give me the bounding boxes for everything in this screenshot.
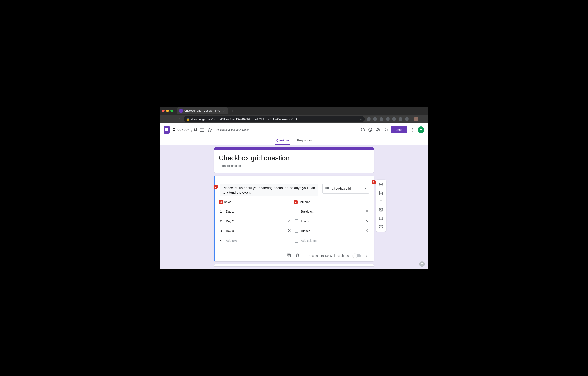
add-section-icon[interactable] (379, 224, 383, 229)
back-button[interactable]: ← (162, 117, 167, 121)
avatar-letter: V (420, 128, 422, 132)
send-button[interactable]: Send (391, 126, 407, 133)
star-icon[interactable] (207, 128, 212, 132)
tab-title: Checkbox grid - Google Forms (184, 109, 220, 112)
form-tabs: Questions Responses (160, 137, 428, 145)
forms-app: Checkbox grid All changes saved in Drive… (160, 123, 428, 269)
form-description[interactable]: Form description (219, 164, 369, 167)
settings-gear-icon[interactable] (383, 128, 388, 132)
svg-point-8 (412, 129, 413, 130)
new-tab-button[interactable]: + (231, 109, 233, 113)
row-number: 4. (220, 239, 224, 242)
row-label[interactable]: Day 1 (226, 210, 285, 213)
preview-icon[interactable] (376, 128, 380, 132)
extension-icon[interactable] (405, 117, 409, 121)
svg-point-6 (371, 129, 371, 130)
help-button[interactable]: ? (419, 261, 425, 267)
import-questions-icon[interactable] (379, 190, 383, 195)
forms-favicon-icon (179, 109, 183, 112)
move-to-folder-icon[interactable] (200, 128, 204, 132)
extension-icons (367, 117, 409, 121)
close-window-button[interactable] (162, 110, 165, 112)
checkbox-icon (295, 219, 298, 223)
duplicate-icon[interactable] (287, 253, 291, 258)
side-toolbar: 1 (376, 179, 386, 232)
add-video-icon[interactable] (379, 216, 383, 221)
extension-icon[interactable] (373, 117, 377, 121)
extension-icon[interactable] (399, 117, 402, 121)
account-avatar[interactable]: V (418, 126, 424, 133)
row-label[interactable]: Day 2 (226, 220, 285, 223)
add-column[interactable]: Add column (295, 236, 369, 245)
question-card[interactable]: ⠿ 2 Please tell us about your catering n… (214, 176, 374, 261)
remove-column-icon[interactable] (365, 219, 369, 223)
palette-icon[interactable] (368, 128, 373, 132)
question-more-icon[interactable] (365, 253, 369, 258)
svg-rect-26 (379, 227, 383, 228)
add-title-icon[interactable] (379, 199, 383, 204)
remove-row-icon[interactable] (287, 219, 292, 223)
add-row[interactable]: 4. Add row (220, 236, 295, 245)
column-item: Lunch (295, 216, 369, 226)
tab-responses[interactable]: Responses (296, 137, 313, 145)
column-item: Dinner (295, 226, 369, 236)
extension-icon[interactable] (367, 117, 371, 121)
extension-icon[interactable] (386, 117, 390, 121)
column-label[interactable]: Lunch (301, 220, 362, 223)
extension-icon[interactable] (379, 117, 383, 121)
annotation-badge-1: 1 (372, 180, 376, 184)
remove-row-icon[interactable] (287, 228, 292, 233)
require-response-toggle[interactable] (353, 254, 361, 257)
card-stack: Checkbox grid question Form description … (214, 147, 374, 266)
column-item: Breakfast (295, 207, 369, 216)
form-canvas: Checkbox grid question Form description … (160, 145, 428, 269)
question-text[interactable]: Please tell us about your catering needs… (223, 186, 315, 195)
svg-rect-15 (328, 188, 329, 189)
svg-rect-13 (326, 188, 326, 189)
save-status: All changes saved in Drive (216, 128, 249, 131)
row-item: 2. Day 2 (220, 216, 295, 226)
profile-avatar[interactable] (414, 117, 418, 122)
maximize-window-button[interactable] (170, 110, 173, 112)
extension-icon[interactable] (392, 117, 396, 121)
annotation-badge-2: 2 (214, 185, 218, 189)
form-title[interactable]: Checkbox grid question (219, 154, 369, 162)
question-text-field[interactable]: 2 Please tell us about your catering nee… (220, 184, 318, 197)
browser-tab[interactable]: Checkbox grid - Google Forms ✕ (177, 107, 228, 114)
addons-icon[interactable] (360, 128, 365, 132)
svg-point-23 (380, 209, 381, 210)
rows-column: 3 Rows 1. Day 1 2. Day 2 (220, 200, 295, 245)
forward-button[interactable]: → (169, 117, 174, 121)
rows-heading: 3 Rows (224, 200, 231, 204)
form-header-card[interactable]: Checkbox grid question Form description (214, 147, 374, 173)
tab-questions[interactable]: Questions (275, 137, 290, 145)
minimize-window-button[interactable] (166, 110, 169, 112)
row-item: 1. Day 1 (220, 207, 295, 216)
column-label[interactable]: Dinner (301, 229, 362, 233)
forms-logo-icon[interactable] (164, 126, 170, 134)
svg-rect-0 (180, 110, 182, 111)
row-label[interactable]: Day 3 (226, 229, 285, 233)
checkbox-grid-icon (325, 187, 329, 191)
address-bar[interactable]: 🔒 docs.google.com/forms/d/1H4vJUn-UQziz0… (184, 116, 365, 122)
remove-column-icon[interactable] (365, 209, 369, 214)
browser-tabstrip: Checkbox grid - Google Forms ✕ + (160, 107, 428, 115)
svg-point-18 (367, 254, 367, 254)
svg-point-20 (367, 256, 367, 257)
drag-handle-icon[interactable]: ⠿ (220, 179, 369, 183)
delete-icon[interactable] (295, 253, 300, 258)
column-label[interactable]: Breakfast (301, 210, 362, 213)
svg-point-4 (370, 129, 370, 129)
browser-menu-icon[interactable]: ⋮ (420, 117, 426, 122)
more-menu-icon[interactable] (410, 128, 415, 132)
reload-button[interactable]: ⟳ (176, 117, 181, 121)
remove-column-icon[interactable] (365, 228, 369, 233)
bookmark-star-icon[interactable]: ☆ (360, 118, 362, 121)
close-tab-icon[interactable]: ✕ (223, 109, 226, 112)
add-question-icon[interactable] (379, 182, 383, 187)
question-type-dropdown[interactable]: Checkbox grid ▾ (322, 184, 369, 194)
remove-row-icon[interactable] (287, 209, 292, 214)
add-image-icon[interactable] (379, 208, 383, 212)
url-text: docs.google.com/forms/d/1H4vJUn-UQziz04A… (191, 118, 297, 121)
document-title[interactable]: Checkbox grid (173, 128, 197, 132)
